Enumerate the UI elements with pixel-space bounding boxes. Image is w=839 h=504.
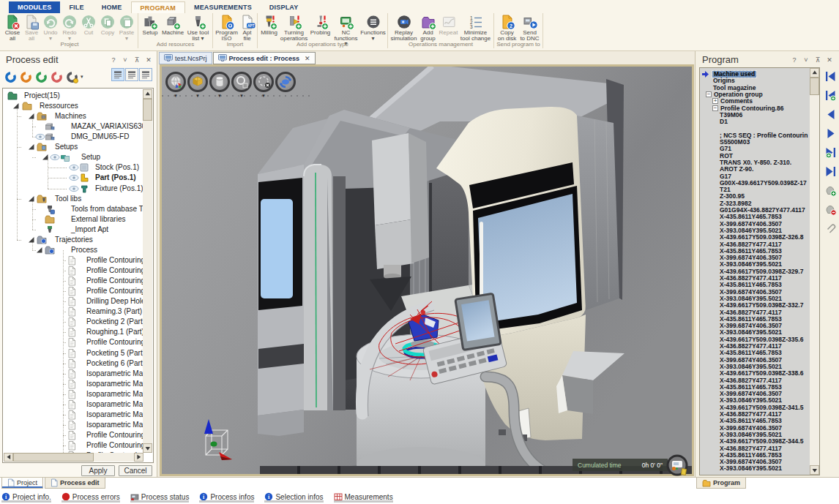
scroll-down-button[interactable] [143,443,152,453]
expand-plus-icon[interactable]: + [712,98,718,104]
status-item-selection-infos[interactable]: iSelection infos [264,490,323,503]
go-first-alt-button[interactable] [824,89,837,102]
status-item-process-errors[interactable]: Process errors [61,490,120,503]
scroll-left-button[interactable] [4,453,13,462]
turning-button[interactable]: Turning operations [280,14,309,41]
remove-op-button[interactable] [824,203,837,216]
tree-item[interactable]: Isoparametric Machining.6 (Part) [3,420,143,430]
ribbon-tab-file[interactable]: FILE [60,1,92,13]
ribbon-tab-display[interactable]: DISPLAY [261,1,307,13]
program-line[interactable]: G00X-439.6617Y509.0398Z-17 [720,180,807,187]
go-last-button[interactable] [824,165,837,178]
compute-all-button[interactable] [3,69,18,85]
panel-tab-project[interactable]: Project [1,478,43,489]
ribbon-tab-modules[interactable]: MODULES [9,1,60,13]
program-line[interactable]: X-439.6617Y509.0398Z-326.8 [720,234,803,241]
go-last-alt-button[interactable] [824,146,837,159]
program-line[interactable]: Origins [713,78,735,84]
tree-item[interactable]: Stock (Pos.1) [3,162,143,173]
doc-tab-test-ncsprj[interactable]: test.NcsPrj [159,52,212,64]
program-line[interactable]: X-439.6617Y509.0398Z-338.6 [720,370,803,377]
scroll-right-button[interactable] [134,453,143,462]
iso-view-button[interactable] [187,72,208,92]
minimize-button[interactable]: 123Minimize tool change [460,14,492,41]
process-edit-pin-icon[interactable]: ⊼ [133,56,141,64]
visibility-eye-icon[interactable] [35,132,45,141]
tree-item[interactable]: Setup [3,152,143,162]
step-forward-button[interactable] [824,127,837,140]
scroll-up-button[interactable] [810,68,819,78]
ribbon-tab-measurements[interactable]: MEASUREMENTS [185,1,261,13]
expand-triangle-icon[interactable] [12,102,19,109]
status-item-process-infos[interactable]: iProcess infos [199,490,254,503]
probing-button[interactable]: Probing [310,14,332,36]
program-line[interactable]: X-439.6617Y509.0398Z-332.7 [720,302,803,309]
tree-item[interactable]: Isoparametric Machining.3 (Part) [3,389,143,399]
close-all-button[interactable]: Close all [4,14,22,41]
tree-item[interactable]: DMG_DMU65-FD [3,132,143,142]
add-group-button[interactable]: Add group [419,14,438,41]
milling-button[interactable]: Milling [260,14,279,36]
program-line[interactable]: G71 [720,146,731,152]
tree-item[interactable]: Part (Pos.1) [3,173,143,183]
tree-item[interactable]: MAZAK_VARIAXIS630 [3,121,143,132]
status-item-measurements[interactable]: Measurements [334,490,393,503]
tree-item[interactable]: Machines [3,111,143,121]
tree-item[interactable]: Trajectories [3,235,143,245]
functions-button[interactable]: Functions ▾ [361,14,386,41]
panel-tab-process-edit[interactable]: Process edit [45,478,105,489]
tree-item[interactable]: Isoparametric Machining.4 (Part) [3,399,143,410]
zoom-caret[interactable]: ▼ [231,94,252,98]
step-back-button[interactable] [824,108,837,121]
tree-item[interactable]: Profile Contouring.103 (Part) [3,276,143,286]
compute-options-button[interactable] [64,69,80,85]
apply-button[interactable]: Apply [81,465,115,476]
apt-file-button[interactable]: APTApt file [239,14,256,41]
add-op-button[interactable] [824,184,837,197]
tree-item[interactable]: Profile Contouring.104 (Part) [3,286,143,296]
refresh-button[interactable] [275,72,296,92]
collapse-minus-icon[interactable]: − [706,91,712,97]
program-line[interactable]: X-435.8611Y465.7853 [720,350,782,356]
deselect-button[interactable] [253,72,274,92]
program-help-icon[interactable]: ? [791,56,798,64]
program-line[interactable]: X-435.8611Y465.7853 [720,282,782,288]
program-line[interactable]: X-393.0846Y395.5021 [720,465,782,472]
tree-item[interactable]: Ressources [3,101,143,111]
status-item-process-status[interactable]: Process status [130,490,190,503]
process-edit-collapse-icon[interactable]: ˅ [122,56,129,64]
program-collapse-icon[interactable]: ˅ [802,56,810,64]
tree-item[interactable]: Profile Contouring.122 (Part) [3,266,143,276]
visibility-eye-icon[interactable] [69,184,79,193]
stop-compute-button[interactable] [49,69,64,85]
tree-item[interactable]: Tool libs [3,194,143,204]
program-iso-button[interactable]: Program ISO [215,14,239,41]
program-vertical-scrollbar[interactable] [810,68,819,475]
cylinder-view-caret[interactable]: ▼ [209,94,230,98]
tree-item[interactable]: Profile Contouring.86 (Part) [3,255,143,266]
expand-triangle-icon[interactable] [28,113,34,119]
program-line[interactable]: +Comments [700,98,810,105]
tree-item[interactable]: Profile Contouring.115 (Part) [3,440,143,451]
tree-item[interactable]: Project(15) [3,91,143,101]
list-view-2-button[interactable] [125,68,138,81]
expand-triangle-icon[interactable] [36,247,42,253]
program-pin-icon[interactable]: ⊼ [814,56,821,64]
ribbon-tab-home[interactable]: HOME [93,1,131,13]
deselect-caret[interactable]: ▼ [253,94,274,98]
list-view-3-button[interactable] [139,68,152,81]
copy-disk-button[interactable]: 2Copy on disk [496,14,518,41]
visibility-eye-icon[interactable] [69,162,79,172]
scroll-thumb[interactable] [810,78,819,95]
go-first-button[interactable] [824,70,837,83]
process-edit-help-icon[interactable]: ? [110,56,117,64]
program-line[interactable]: −Profile Contouring.86 [700,105,810,112]
tree-item[interactable]: Setups [3,142,143,152]
visibility-eye-icon[interactable] [50,152,60,162]
ribbon-tab-program[interactable]: PROGRAM [131,1,185,13]
program-line[interactable]: X-435.8611Y465.7853 [720,214,782,220]
tree-item[interactable]: Isoparametric Machining.1 (Part) [3,369,143,379]
iso-view-caret[interactable]: ▼ [187,94,208,98]
program-line[interactable]: X-439.6617Y509.0398Z-344.5 [720,438,803,445]
expand-triangle-icon[interactable] [42,154,48,160]
